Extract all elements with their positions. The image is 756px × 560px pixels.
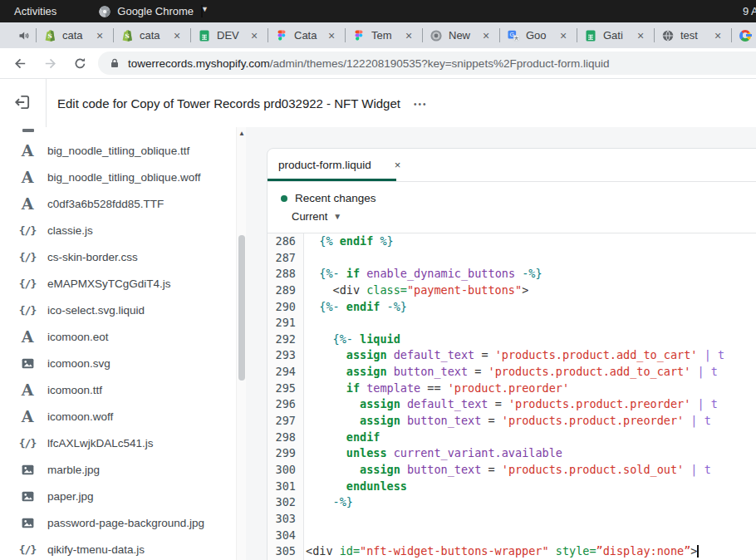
- forward-button[interactable]: [39, 52, 61, 74]
- file-item[interactable]: {/}lfcAXLwjkDALc541.js: [0, 430, 236, 456]
- clipped-file-icon: [22, 129, 34, 132]
- code-line[interactable]: 305<div id="nft-widget-buttons-wrapper" …: [268, 543, 756, 560]
- code-line[interactable]: 288 {%- if enable_dynamic_buttons -%}: [268, 266, 756, 282]
- file-item[interactable]: Abig_noodle_titling_oblique.ttf: [0, 137, 236, 164]
- code-line[interactable]: 303: [268, 511, 756, 528]
- browser-tab[interactable]: Scata×: [119, 24, 185, 47]
- code-line[interactable]: 296 assign default_text = 'products.prod…: [268, 396, 756, 413]
- browser-tab[interactable]: Scata×: [42, 24, 108, 47]
- browser-tab[interactable]: Cata×: [273, 24, 340, 47]
- tab-close-icon[interactable]: ×: [637, 30, 644, 42]
- file-item[interactable]: {/}qikify-tmenu-data.js: [0, 536, 236, 560]
- code-line[interactable]: 287: [268, 250, 756, 267]
- code-line[interactable]: 289 <div class="payment-buttons">: [268, 282, 756, 299]
- line-number: 286: [268, 233, 304, 250]
- code-line[interactable]: 304: [268, 528, 756, 544]
- page-header: Edit code for Copy of Tower Records prd0…: [0, 79, 756, 127]
- code-text: assign button_text = 'products.product.s…: [304, 462, 711, 479]
- code-line[interactable]: 301 endunless: [268, 479, 756, 495]
- browser-tab[interactable]: DEV×: [196, 24, 263, 47]
- figma-icon: [352, 29, 366, 42]
- file-item[interactable]: marble.jpg: [0, 456, 236, 483]
- browser-tab[interactable]: Gati×: [582, 24, 649, 47]
- tab-close-icon[interactable]: ×: [483, 30, 489, 42]
- url-text: towerrecords.myshopify.com/admin/themes/…: [128, 57, 609, 70]
- code-text: if template == 'product.preorder': [304, 381, 569, 397]
- file-sidebar: Abig_noodle_titling_oblique.ttfAbig_nood…: [0, 127, 236, 560]
- file-item[interactable]: Ac0df3a6b528fdd85.TTF: [0, 190, 236, 217]
- back-button[interactable]: [9, 52, 31, 74]
- more-menu-button[interactable]: •••: [414, 98, 428, 109]
- tab-close-icon[interactable]: ×: [714, 30, 721, 42]
- browser-tab[interactable]: test×: [660, 24, 726, 47]
- code-text: [304, 250, 306, 267]
- browser-tab[interactable]: GGoo×: [505, 24, 572, 47]
- file-item[interactable]: icomoon.svg: [0, 350, 236, 376]
- omnibox[interactable]: towerrecords.myshopify.com/admin/themes/…: [98, 52, 756, 75]
- tab-close-icon[interactable]: ×: [560, 30, 567, 42]
- tab-close-icon[interactable]: ×: [174, 30, 180, 42]
- tab-close-icon[interactable]: ×: [395, 159, 401, 171]
- line-number: 288: [268, 266, 304, 282]
- code-line[interactable]: 298 endif: [268, 430, 756, 446]
- code-line[interactable]: 295 if template == 'product.preorder': [268, 381, 756, 397]
- code-line[interactable]: 297 assign button_text = 'products.produ…: [268, 413, 756, 430]
- file-item[interactable]: paper.jpg: [0, 483, 236, 509]
- activities-button[interactable]: Activities: [14, 5, 56, 17]
- tab-title: Gati: [603, 29, 631, 42]
- font-file-icon: A: [18, 329, 37, 345]
- file-name: paper.jpg: [47, 490, 94, 503]
- file-name: qikify-tmenu-data.js: [47, 543, 145, 556]
- file-name: ico-select.svg.liquid: [47, 304, 145, 317]
- volume-icon[interactable]: [17, 29, 31, 42]
- code-area[interactable]: 286 {% endif %}287288 {%- if enable_dyna…: [268, 233, 756, 560]
- editor-tab[interactable]: product-form.liquid ×: [268, 149, 400, 181]
- tab-close-icon[interactable]: ×: [328, 30, 335, 42]
- line-number: 301: [268, 479, 304, 495]
- file-item[interactable]: Aicomoon.woff: [0, 403, 236, 430]
- code-line[interactable]: 300 assign button_text = 'products.produ…: [268, 462, 756, 479]
- exit-code-editor-button[interactable]: [13, 93, 33, 113]
- code-line[interactable]: 292 {%- liquid: [268, 332, 756, 348]
- tab-close-icon[interactable]: ×: [96, 30, 103, 42]
- app-window-menu[interactable]: Google Chrome ▼: [98, 5, 203, 18]
- code-line[interactable]: 294 assign button_text = 'products.produ…: [268, 364, 756, 381]
- file-item[interactable]: password-page-background.jpg: [0, 509, 236, 536]
- code-line[interactable]: 286 {% endif %}: [268, 233, 756, 250]
- file-name: eMAPMXSyTCgGdiT4.js: [47, 278, 171, 290]
- browser-tab[interactable]: Tem×: [351, 24, 417, 47]
- sidebar-scrollbar[interactable]: ▲: [236, 127, 246, 560]
- line-number: 293: [268, 347, 304, 364]
- code-line[interactable]: 290 {%- endif -%}: [268, 299, 756, 316]
- file-item[interactable]: Aicomoon.eot: [0, 323, 236, 350]
- file-item[interactable]: {/}cs-skin-border.css: [0, 243, 236, 270]
- tab-separator: [36, 28, 37, 42]
- google-sheets-icon: [198, 29, 211, 42]
- tab-close-icon[interactable]: ×: [251, 30, 258, 42]
- chevron-down-icon: ▼: [201, 5, 203, 17]
- code-text: [304, 315, 306, 332]
- scrollbar-thumb[interactable]: [238, 235, 245, 381]
- tab-close-icon[interactable]: ×: [405, 30, 412, 42]
- browser-tab[interactable]: New×: [428, 24, 494, 47]
- shopify-icon: S: [43, 29, 56, 42]
- file-item[interactable]: {/}classie.js: [0, 217, 236, 243]
- divider: [46, 79, 47, 127]
- file-item[interactable]: Aicomoon.ttf: [0, 376, 236, 403]
- tab-favicon: [584, 29, 597, 42]
- version-dropdown[interactable]: Current ▼: [292, 210, 756, 223]
- code-line[interactable]: 293 assign default_text = 'products.prod…: [268, 347, 756, 364]
- dropdown-caret-icon: ▼: [333, 212, 341, 221]
- file-item[interactable]: {/}eMAPMXSyTCgGdiT4.js: [0, 270, 236, 297]
- file-item[interactable]: {/}ico-select.svg.liquid: [0, 297, 236, 323]
- code-line[interactable]: 299 unless current_variant.available: [268, 445, 756, 462]
- file-item[interactable]: Abig_noodle_titling_oblique.woff: [0, 164, 236, 190]
- code-file-icon: {/}: [18, 251, 37, 263]
- browser-tab[interactable]: [737, 24, 756, 47]
- code-line[interactable]: 291: [268, 315, 756, 332]
- code-text: {% endif %}: [304, 233, 394, 250]
- code-text: assign button_text = 'products.product.p…: [304, 413, 711, 430]
- code-line[interactable]: 302 -%}: [268, 494, 756, 511]
- font-file-icon: A: [18, 196, 37, 212]
- reload-button[interactable]: [69, 52, 91, 74]
